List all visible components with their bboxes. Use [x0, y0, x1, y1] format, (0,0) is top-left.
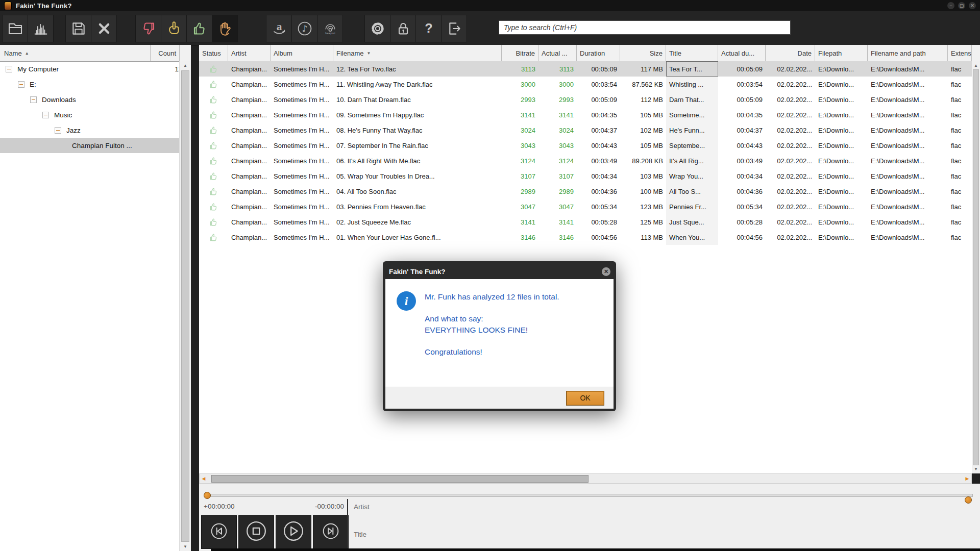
tree-item-jazz[interactable]: Jazz12: [0, 122, 180, 138]
folder-tree-panel: Name ▲ Count My Computer12E:12Downloads1…: [0, 45, 191, 551]
table-row[interactable]: Champian...Sometimes I'm H...09. Sometim…: [199, 107, 972, 122]
tree-scrollbar-thumb[interactable]: [181, 70, 189, 542]
collapse-icon[interactable]: [18, 81, 24, 88]
table-row[interactable]: Champian...Sometimes I'm H...01. When Yo…: [199, 230, 972, 245]
scroll-down-icon[interactable]: ▼: [972, 467, 980, 471]
column-header-artist[interactable]: Artist: [228, 45, 271, 61]
table-row[interactable]: Champian...Sometimes I'm H...05. Wrap Yo…: [199, 168, 972, 184]
table-row[interactable]: Champian...Sometimes I'm H...07. Septemb…: [199, 138, 972, 153]
collapse-icon[interactable]: [30, 96, 37, 103]
stop-button[interactable]: [238, 515, 274, 549]
close-icon[interactable]: ✕: [969, 2, 976, 9]
tree-item-downloads[interactable]: Downloads12: [0, 92, 180, 107]
tree-header-name[interactable]: Name ▲: [0, 45, 151, 61]
scroll-up-icon[interactable]: ▲: [180, 63, 191, 68]
tree-item-champian-fulton[interactable]: Champian Fulton ...12: [0, 138, 180, 153]
column-header-actual_duration[interactable]: Actual du...: [718, 45, 766, 61]
search-input[interactable]: [499, 20, 791, 35]
stop-hand-button[interactable]: [212, 15, 238, 42]
cell-extension: flac: [948, 122, 972, 138]
beatport-button[interactable]: beatport: [317, 15, 343, 42]
table-hscroll-thumb[interactable]: [211, 475, 589, 483]
table-row[interactable]: Champian...Sometimes I'm H...03. Pennies…: [199, 199, 972, 214]
scroll-left-icon[interactable]: ◀: [200, 474, 208, 483]
skip-forward-button[interactable]: [313, 515, 349, 549]
tree-item-my-computer[interactable]: My Computer12: [0, 61, 180, 77]
maximize-icon[interactable]: ▢: [958, 2, 965, 9]
column-header-title[interactable]: Title: [666, 45, 718, 61]
cell-artist: Champian...: [228, 214, 271, 230]
column-header-actual_bitrate[interactable]: Actual ...: [538, 45, 577, 61]
table-row[interactable]: Champian...Sometimes I'm H...02. Just Sq…: [199, 214, 972, 230]
cell-album: Sometimes I'm H...: [271, 61, 333, 77]
column-header-extension[interactable]: Extension: [948, 45, 972, 61]
dialog-line: And what to say:: [425, 313, 559, 324]
column-header-album[interactable]: Album: [271, 45, 333, 61]
remove-button[interactable]: [91, 15, 117, 42]
collapse-icon[interactable]: [42, 112, 49, 118]
seek-track[interactable]: [204, 494, 973, 497]
status-thumbs-up-icon: [202, 126, 225, 135]
minimize-icon[interactable]: –: [947, 2, 954, 9]
cell-artist: Champian...: [228, 184, 271, 199]
cell-bitrate: 3141: [502, 214, 538, 230]
play-button[interactable]: [276, 515, 311, 549]
collapse-icon[interactable]: [6, 66, 12, 72]
table-row[interactable]: Champian...Sometimes I'm H...10. Darn Th…: [199, 92, 972, 107]
title-label: Title: [354, 531, 366, 538]
table-row[interactable]: Champian...Sometimes I'm H...08. He's Fu…: [199, 122, 972, 138]
table-row[interactable]: Champian...Sometimes I'm H...11. Whistli…: [199, 77, 972, 92]
cell-duration: 00:05:09: [577, 61, 620, 77]
lock-button[interactable]: [390, 15, 416, 42]
table-row[interactable]: Champian...Sometimes I'm H...12. Tea For…: [199, 61, 972, 77]
tree-item-music[interactable]: Music12: [0, 107, 180, 122]
open-folder-button[interactable]: [2, 15, 28, 42]
settings-gear-button[interactable]: [364, 15, 390, 42]
column-header-duration[interactable]: Duration: [577, 45, 620, 61]
seek-handle-start[interactable]: [204, 492, 211, 499]
column-header-bitrate[interactable]: Bitrate: [502, 45, 538, 61]
itunes-button[interactable]: ♪: [292, 15, 317, 42]
collapse-icon[interactable]: [55, 127, 61, 134]
scroll-up-icon[interactable]: ▲: [972, 63, 980, 68]
exit-button[interactable]: [442, 15, 467, 42]
seek-handle-end[interactable]: [965, 496, 972, 504]
table-row[interactable]: Champian...Sometimes I'm H...06. It's Al…: [199, 153, 972, 168]
column-header-filename[interactable]: Filename▼: [333, 45, 502, 61]
scroll-down-icon[interactable]: ▼: [180, 544, 191, 549]
column-header-filename_path[interactable]: Filename and path: [868, 45, 948, 61]
tree-scrollbar[interactable]: ▲ ▼: [179, 61, 191, 551]
table-horizontal-scrollbar[interactable]: ◀ ▶: [199, 473, 972, 484]
column-label: Actual ...: [542, 49, 568, 57]
tree-item-e[interactable]: E:12: [0, 77, 180, 92]
help-button[interactable]: ?: [416, 15, 442, 42]
table-vscroll-thumb[interactable]: [973, 69, 979, 465]
skip-back-button[interactable]: [201, 515, 237, 549]
analyze-chart-button[interactable]: [28, 15, 54, 42]
column-header-size[interactable]: Size: [620, 45, 666, 61]
scroll-right-icon[interactable]: ▶: [963, 474, 971, 483]
save-button[interactable]: [65, 15, 91, 42]
cell-actual_bitrate: 3124: [538, 153, 577, 168]
cell-extension: flac: [948, 61, 972, 77]
cell-album: Sometimes I'm H...: [271, 168, 333, 184]
settings-gear-icon: [370, 20, 386, 37]
amazon-button[interactable]: a: [266, 15, 292, 42]
ok-button[interactable]: OK: [566, 391, 604, 406]
cell-actual_duration: 00:04:36: [718, 184, 766, 199]
column-label: Filepath: [818, 49, 842, 57]
column-header-date[interactable]: Date: [766, 45, 815, 61]
column-header-filepath[interactable]: Filepath: [815, 45, 868, 61]
table-vertical-scrollbar[interactable]: ▲ ▼: [972, 61, 980, 473]
status-thumbs-up-icon: [202, 80, 225, 89]
tree-header-count[interactable]: Count: [151, 45, 180, 61]
table-row[interactable]: Champian...Sometimes I'm H...04. All Too…: [199, 184, 972, 199]
column-label: Date: [798, 49, 812, 57]
pointing-finger-button[interactable]: [161, 15, 187, 42]
thumbs-up-button[interactable]: [187, 15, 212, 42]
thumbs-down-button[interactable]: [135, 15, 161, 42]
column-header-status[interactable]: Status: [199, 45, 228, 61]
dialog-close-icon[interactable]: ✕: [602, 267, 610, 276]
dialog-message: Mr. Funk has analyzed 12 files in total.…: [425, 291, 559, 387]
cell-filename_path: E:\Downloads\M...: [868, 61, 948, 77]
